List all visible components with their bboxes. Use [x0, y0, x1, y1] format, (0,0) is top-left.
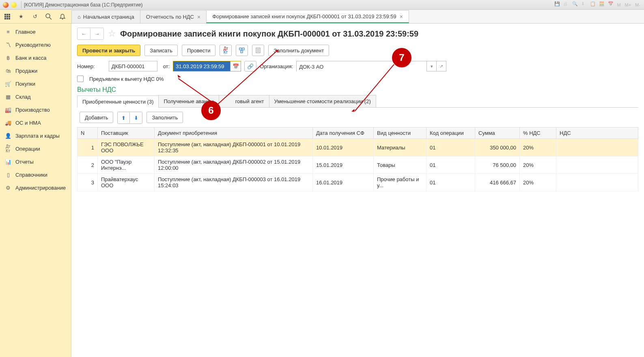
svg-rect-5: [9, 16, 10, 17]
cell-vat: 20%: [520, 139, 556, 156]
sidebar-item-admin[interactable]: ⚙Администрирование: [0, 181, 71, 194]
calc-icon[interactable]: 🧮: [598, 1, 605, 9]
cell-vatsum: [556, 139, 638, 156]
dtkt-button[interactable]: ДтКт: [220, 45, 232, 56]
apps-icon[interactable]: [2, 11, 13, 22]
vat0-checkbox[interactable]: [77, 76, 84, 82]
col-vatsum[interactable]: НДС: [556, 128, 638, 139]
dropdown-icon[interactable]: ▾: [426, 61, 436, 71]
mem-mplus[interactable]: M+: [624, 2, 633, 7]
col-op[interactable]: Код операции: [426, 128, 475, 139]
download-icon[interactable]: ⬇: [580, 1, 587, 9]
tree-button[interactable]: [236, 45, 248, 56]
mem-m[interactable]: M: [616, 2, 622, 7]
date-field-wrap: 31.03.2019 23:59:59 📅: [173, 61, 241, 71]
mem-mminus[interactable]: M-: [634, 2, 642, 7]
post-button[interactable]: Провести: [182, 45, 216, 56]
calendar-picker-icon[interactable]: 📅: [230, 61, 241, 71]
section-title: Вычеты НДС: [77, 86, 638, 93]
close-icon[interactable]: ×: [197, 14, 200, 20]
bank-icon: ฿: [5, 54, 11, 61]
add-row-button[interactable]: Добавить: [80, 112, 113, 123]
sidebar-item-operations[interactable]: ДтКтОперации: [0, 142, 71, 155]
copy-icon[interactable]: 📋: [589, 1, 596, 9]
number-label: Номер:: [77, 63, 95, 69]
preview-icon[interactable]: 🔍: [571, 1, 578, 9]
star-icon[interactable]: ★: [15, 11, 27, 22]
subtabs: Приобретенные ценности (3) Полученные ав…: [77, 95, 638, 108]
sidebar-item-bank[interactable]: ฿Банк и касса: [0, 51, 71, 64]
sidebar-item-label: Банк и касса: [15, 55, 47, 61]
document-button[interactable]: [252, 45, 264, 56]
tab-start-page[interactable]: ⌂ Начальная страница: [71, 10, 140, 23]
close-icon[interactable]: ×: [400, 13, 403, 20]
cell-date: 16.01.2019: [313, 174, 374, 191]
sidebar-item-manager[interactable]: 〽Руководителю: [0, 38, 71, 51]
cell-sum: 76 500,00: [475, 156, 520, 174]
fill-rows-button[interactable]: Заполнить: [146, 112, 183, 123]
col-supplier[interactable]: Поставщик: [98, 128, 155, 139]
titlebar-right: 💾 🖨 🔍 ⬇ 📋 🧮 📅 M M+ M-: [553, 1, 642, 9]
menu-icon: ≡: [5, 28, 11, 35]
search-icon[interactable]: [43, 11, 54, 22]
sidebar-item-label: Руководителю: [15, 42, 51, 48]
sidebar-item-sales[interactable]: 🛍Продажи: [0, 64, 71, 77]
move-up-button[interactable]: ⬆: [118, 112, 130, 123]
page-title: Формирование записей книги покупок ДКБП-…: [120, 29, 418, 39]
tab-label: Отчетность по НДС: [146, 14, 194, 20]
date-field[interactable]: 31.03.2019 23:59:59: [173, 61, 230, 71]
svg-rect-2: [9, 14, 10, 15]
cell-date: 15.01.2019: [313, 156, 374, 174]
table-row[interactable]: 2ООО "Пауэр Интернэ...Поступление (акт, …: [78, 156, 638, 174]
sidebar-item-label: Продажи: [15, 68, 37, 74]
sidebar-item-warehouse[interactable]: ▦Склад: [0, 90, 71, 103]
col-n[interactable]: N: [78, 128, 98, 139]
move-down-button[interactable]: ⬇: [130, 112, 142, 123]
history-icon[interactable]: ↺: [29, 11, 41, 22]
col-vat[interactable]: % НДС: [520, 128, 556, 139]
cell-op: 01: [426, 174, 475, 191]
forward-button[interactable]: →: [90, 28, 103, 39]
col-sum[interactable]: Сумма: [475, 128, 520, 139]
svg-point-9: [46, 14, 50, 18]
sidebar-item-assets[interactable]: 🚚ОС и НМА: [0, 116, 71, 129]
write-button[interactable]: Записать: [144, 45, 178, 56]
number-field[interactable]: ДКБП-000001: [109, 61, 157, 71]
tab-vat-reports[interactable]: Отчетность по НДС ×: [140, 10, 207, 23]
col-date[interactable]: Дата получения СФ: [313, 128, 374, 139]
sidebar-item-label: Склад: [15, 94, 31, 100]
sidebar-item-main[interactable]: ≡Главное: [0, 25, 71, 38]
bell-icon[interactable]: [57, 11, 68, 22]
back-button[interactable]: ←: [78, 28, 90, 39]
vat0-label: Предъявлен к вычету НДС 0%: [89, 76, 164, 82]
post-and-close-button[interactable]: Провести и закрыть: [77, 45, 140, 56]
sidebar-item-catalogs[interactable]: ▯Справочники: [0, 168, 71, 181]
print-icon[interactable]: 🖨: [562, 1, 569, 9]
home-icon: ⌂: [78, 14, 81, 20]
sidebar-item-label: Справочники: [15, 172, 47, 178]
truck-icon: 🚚: [5, 119, 11, 126]
sidebar-item-production[interactable]: 🏭Производство: [0, 103, 71, 116]
sidebar-item-label: Зарплата и кадры: [15, 133, 60, 139]
window-title: [КОПИЯ] Демонстрационная база (1С:Предпр…: [24, 2, 143, 8]
factory-icon: 🏭: [5, 106, 11, 113]
table-row[interactable]: 3Прайватерхаус ОООПоступление (акт, накл…: [78, 174, 638, 191]
save-icon[interactable]: 💾: [553, 1, 560, 9]
dropdown-icon[interactable]: [11, 2, 17, 8]
calendar-icon[interactable]: 📅: [607, 1, 614, 9]
sidebar-item-reports[interactable]: 📊Отчеты: [0, 155, 71, 168]
date-label: от:: [163, 63, 170, 69]
col-type[interactable]: Вид ценности: [374, 128, 426, 139]
gear-icon: ⚙: [5, 184, 11, 191]
cell-vatsum: [556, 174, 638, 191]
col-doc[interactable]: Документ приобретения: [155, 128, 313, 139]
tab-purchase-book[interactable]: Формирование записей книги покупок ДКБП-…: [206, 10, 409, 23]
sidebar-item-payroll[interactable]: 👤Зарплата и кадры: [0, 129, 71, 142]
sidebar-item-purchases[interactable]: 🛒Покупки: [0, 77, 71, 90]
cell-supplier: ООО "Пауэр Интернэ...: [98, 156, 155, 174]
table-row[interactable]: 1ГЭС ПОВОЛЖЬЕ ОООПоступление (акт, накла…: [78, 139, 638, 156]
favorite-star-icon[interactable]: ☆: [108, 28, 116, 39]
open-icon[interactable]: ↗: [436, 61, 446, 71]
svg-line-10: [50, 17, 52, 19]
subtab-acquired[interactable]: Приобретенные ценности (3): [77, 95, 159, 108]
